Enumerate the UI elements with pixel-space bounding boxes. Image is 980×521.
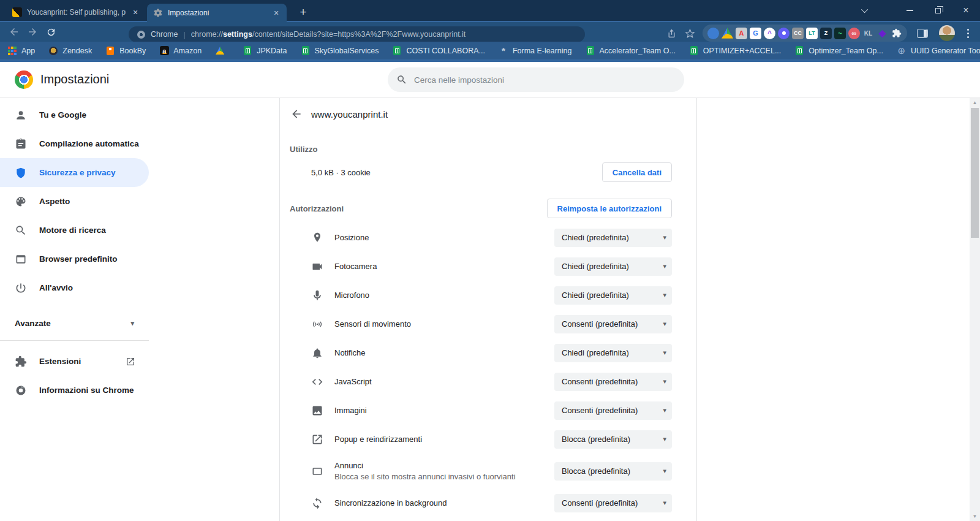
bookmark-optimizer-team[interactable]: Optimizer_Team Op...: [794, 46, 883, 56]
tab-search-button[interactable]: [851, 0, 880, 21]
sidebar-item-about-chrome[interactable]: Informazioni su Chrome: [0, 376, 149, 405]
sidebar-item-extensions[interactable]: Estensioni: [0, 347, 149, 376]
sensors-icon: [311, 318, 324, 330]
extensions-pill: A G ^ CC LT Z ~ ∞ KL ◆: [703, 25, 907, 42]
permissions-header: Autorizzazioni Reimposta le autorizzazio…: [290, 199, 672, 218]
restore-icon: [935, 8, 941, 13]
profile-avatar[interactable]: [939, 25, 955, 41]
z-extension-icon[interactable]: Z: [820, 28, 832, 39]
tab-youcanprint[interactable]: Youcanprint: Self publishing, pub ×: [6, 4, 146, 21]
sidebar-item-you-and-google[interactable]: Tu e Google: [0, 101, 149, 129]
bookmark-bookby[interactable]: BookBy: [105, 46, 146, 56]
toolbar: Chrome | chrome://settings/content/siteD…: [0, 21, 980, 42]
search-input[interactable]: [414, 75, 676, 85]
sidebar-item-appearance[interactable]: Aspetto: [0, 187, 149, 216]
tab-close-icon[interactable]: ×: [271, 7, 282, 18]
close-window-button[interactable]: ×: [952, 0, 980, 21]
gear-icon: [153, 8, 163, 18]
scrollbar[interactable]: ▲ ▼: [970, 98, 980, 521]
bookmark-uuid-generator[interactable]: ⊕UUID Generator Tool: [897, 46, 980, 56]
menu-dots-icon[interactable]: [967, 32, 969, 34]
side-panel-icon[interactable]: [917, 29, 928, 38]
sidebar-item-on-startup[interactable]: All'avvio: [0, 273, 149, 302]
location-permission-select[interactable]: Chiedi (predefinita)▾: [554, 229, 672, 247]
tab-close-icon[interactable]: ×: [130, 7, 141, 18]
languagetool-extension-icon[interactable]: LT: [806, 28, 818, 39]
translate-extension-icon[interactable]: G: [750, 28, 761, 39]
chrome-icon: [15, 384, 27, 397]
extensions-puzzle-icon[interactable]: [891, 28, 902, 39]
infinity-extension-icon[interactable]: ∞: [848, 28, 860, 39]
bookmark-app[interactable]: App: [7, 46, 35, 56]
minimize-icon: [907, 10, 913, 11]
usage-row: 5,0 kB · 3 cookie Cancella dati: [311, 162, 672, 182]
bookmark-forma-elearning[interactable]: *Forma E-learning: [499, 46, 572, 56]
address-bar[interactable]: Chrome | chrome://settings/content/siteD…: [129, 26, 585, 42]
bookmark-skyglobalservices[interactable]: SkyGlobalServices: [301, 46, 379, 56]
permission-row-location: Posizione Chiedi (predefinita)▾: [311, 223, 672, 252]
camera-permission-select[interactable]: Chiedi (predefinita)▾: [554, 257, 672, 276]
bookmark-drive[interactable]: [215, 46, 229, 56]
reset-permissions-button[interactable]: Reimposta le autorizzazioni: [547, 199, 672, 218]
bookmark-costi-collabora[interactable]: COSTI COLLABORA...: [392, 46, 485, 56]
minimize-button[interactable]: [895, 0, 924, 21]
site-details-card: www.youcanprint.it Utilizzo 5,0 kB · 3 c…: [279, 98, 697, 521]
popups-permission-select[interactable]: Blocca (predefinita)▾: [554, 430, 672, 449]
bell-icon: [311, 347, 324, 359]
drive-extension-icon[interactable]: [722, 28, 733, 39]
amazon-icon: a: [159, 46, 169, 56]
select-caret-icon: ▾: [663, 406, 666, 414]
background-sync-permission-select[interactable]: Consenti (predefinita)▾: [554, 494, 672, 512]
settings-page: Tu e Google Compilazione automatica Sicu…: [0, 98, 980, 521]
bookmark-star-icon[interactable]: [680, 25, 699, 42]
tab-title: Impostazioni: [168, 9, 267, 17]
cc-extension-icon[interactable]: CC: [792, 28, 804, 39]
restore-button[interactable]: [924, 0, 952, 21]
search-icon: [396, 74, 407, 85]
scrollbar-thumb[interactable]: [971, 108, 979, 238]
notifications-permission-select[interactable]: Chiedi (predefinita)▾: [554, 344, 672, 362]
power-icon: [15, 282, 27, 294]
motion-sensors-permission-select[interactable]: Consenti (predefinita)▾: [554, 315, 672, 333]
forward-button[interactable]: [23, 23, 42, 40]
acrobat-extension-icon[interactable]: A: [736, 28, 747, 39]
bookmark-optimizer-accel[interactable]: OPTIMIZER+ACCEL...: [689, 46, 781, 56]
reload-button[interactable]: [42, 23, 60, 40]
sidebar-advanced-toggle[interactable]: Avanzate ▾: [0, 311, 149, 335]
permission-row-ads: AnnunciBlocca se il sito mostra annunci …: [311, 454, 672, 489]
bookmark-accelerator-team[interactable]: Accelerator_Team O...: [586, 46, 676, 56]
kl-extension-icon[interactable]: KL: [862, 28, 874, 39]
clickup-extension-icon[interactable]: ^: [764, 28, 775, 39]
share-icon[interactable]: [662, 25, 680, 42]
scrollbar-down-arrow[interactable]: ▼: [970, 512, 980, 521]
diamond-extension-icon[interactable]: ◆: [876, 28, 888, 39]
wave-extension-icon[interactable]: ~: [834, 28, 846, 39]
bookmark-zendesk[interactable]: Zendesk: [48, 46, 92, 56]
fox-extension-icon[interactable]: [707, 28, 719, 39]
new-tab-button[interactable]: +: [295, 5, 311, 21]
bookmark-amazon[interactable]: aAmazon: [159, 46, 202, 56]
back-button[interactable]: [290, 107, 303, 121]
images-permission-select[interactable]: Consenti (predefinita)▾: [554, 401, 672, 420]
javascript-permission-select[interactable]: Consenti (predefinita)▾: [554, 373, 672, 391]
scrollbar-up-arrow[interactable]: ▲: [970, 98, 980, 107]
tab-settings[interactable]: Impostazioni ×: [147, 4, 287, 22]
select-caret-icon: ▾: [663, 499, 666, 507]
sidebar-item-search-engine[interactable]: Motore di ricerca: [0, 216, 149, 245]
sidebar-item-security-privacy[interactable]: Sicurezza e privacy: [0, 158, 149, 187]
microphone-permission-select[interactable]: Chiedi (predefinita)▾: [554, 286, 672, 305]
back-arrow-icon: [290, 108, 303, 120]
clear-data-button[interactable]: Cancella dati: [602, 162, 672, 182]
select-caret-icon: ▾: [663, 320, 666, 328]
sidebar-item-autofill[interactable]: Compilazione automatica: [0, 129, 149, 158]
snowflake-icon: *: [499, 46, 508, 56]
sidebar-item-default-browser[interactable]: Browser predefinito: [0, 245, 149, 273]
bookmark-jpkdata[interactable]: JPKData: [243, 46, 287, 56]
permission-row-camera: Fotocamera Chiedi (predefinita)▾: [311, 252, 672, 281]
back-button[interactable]: [5, 23, 23, 40]
settings-searchbox[interactable]: [388, 67, 684, 92]
permission-row-background-sync: Sincronizzazione in background Consenti …: [311, 489, 672, 517]
chevron-down-icon: ▾: [130, 319, 134, 327]
ads-permission-select[interactable]: Blocca (predefinita)▾: [554, 462, 672, 481]
loom-extension-icon[interactable]: [778, 28, 790, 39]
